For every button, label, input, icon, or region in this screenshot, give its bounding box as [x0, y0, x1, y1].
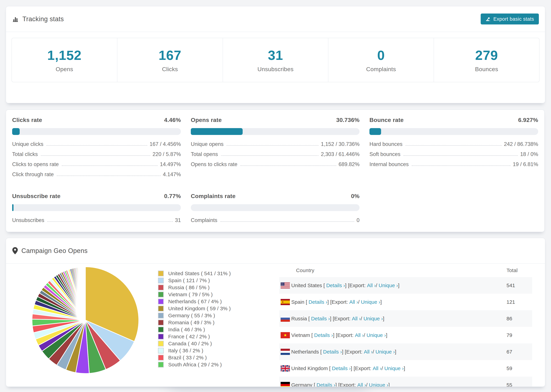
- legend-label: United Kingdom ( 59 / 3% ): [168, 306, 231, 311]
- dotted-leader: [57, 175, 161, 176]
- export-unique-link[interactable]: Unique ›: [363, 316, 383, 322]
- export-unique-link[interactable]: Unique ›: [375, 349, 395, 355]
- rate-title: Complaints rate: [191, 193, 235, 199]
- export-label: ] [Export:: [333, 332, 353, 338]
- export-label: ] [Export:: [342, 349, 362, 355]
- legend-item[interactable]: Canada ( 40 / 2% ): [158, 340, 231, 347]
- details-link[interactable]: Details ›: [326, 283, 345, 288]
- detail-label: Unique opens: [191, 141, 224, 147]
- legend-item[interactable]: Netherlands ( 67 / 4% ): [158, 298, 231, 305]
- geo-pie-chart: [30, 265, 141, 376]
- export-unique-link[interactable]: Unique ›: [384, 365, 404, 371]
- detail-label: Opens to clicks rate: [191, 161, 237, 168]
- total-cell: 67: [507, 349, 532, 355]
- details-link[interactable]: Details ›: [314, 332, 333, 338]
- export-all-link[interactable]: All ›: [352, 316, 361, 322]
- export-unique-link[interactable]: Unique ›: [379, 283, 398, 288]
- details-link[interactable]: Details ›: [332, 365, 351, 371]
- bracket-close: ]: [380, 299, 382, 305]
- details-link[interactable]: Details ›: [311, 316, 330, 322]
- detail-value: 31: [175, 217, 181, 223]
- legend-item[interactable]: India ( 46 / 3% ): [158, 326, 231, 333]
- total-cell: 55: [507, 382, 532, 387]
- export-unique-link[interactable]: Unique ›: [361, 299, 380, 305]
- legend-item[interactable]: Romania ( 49 / 3% ): [158, 319, 231, 326]
- legend-swatch: [158, 362, 164, 368]
- stat-value: 279: [475, 48, 498, 63]
- progress-fill: [12, 204, 14, 211]
- detail-value: 18 / 0%: [520, 151, 538, 157]
- bracket: [: [329, 365, 330, 371]
- export-basic-stats-button[interactable]: Export basic stats: [481, 14, 539, 24]
- country-name: Russia: [291, 316, 307, 322]
- rates-card: Clicks rate 4.46% Unique clicks 167 / 4.…: [6, 109, 545, 232]
- export-label: ] [Export:: [351, 365, 371, 371]
- legend-label: Brazil ( 33 / 2% ): [168, 355, 207, 361]
- bracket-close: ]: [383, 316, 384, 322]
- country-flag-icon: [281, 365, 290, 371]
- details-link[interactable]: Details ›: [309, 299, 327, 305]
- legend-swatch: [158, 271, 164, 276]
- legend-item[interactable]: South Africa ( 29 / 2% ): [158, 361, 231, 368]
- rate-detail-row: Unique opens 1,152 / 30.736%: [191, 141, 360, 147]
- export-unique-link[interactable]: Unique ›: [369, 382, 388, 387]
- dotted-leader: [403, 155, 518, 156]
- stats-strip: 1,152 Opens 167 Clicks 31 Unsubscribes 0…: [11, 38, 540, 82]
- progress-track: [191, 128, 360, 135]
- detail-label: Click through rate: [12, 171, 54, 177]
- bracket-close: ]: [386, 332, 387, 338]
- export-all-link[interactable]: All ›: [364, 349, 373, 355]
- detail-value: 242 / 86.738%: [504, 141, 538, 147]
- country-name: Vietnam: [291, 332, 310, 338]
- rate-title: Clicks rate: [12, 117, 42, 123]
- country-cell: Vietnam [ Details › ] [Export: All › / U…: [279, 332, 507, 338]
- legend-label: Spain ( 121 / 7% ): [168, 278, 210, 283]
- rate-detail-row: Click through rate 4.147%: [12, 171, 181, 177]
- legend-item[interactable]: Russia ( 86 / 5% ): [158, 284, 231, 291]
- export-all-link[interactable]: All ›: [367, 283, 376, 288]
- rate-detail-row: Soft bounces 18 / 0%: [369, 151, 538, 157]
- rate-detail-row: Opens to clicks rate 689.82%: [191, 161, 360, 168]
- rate-block: Unsubscribe rate 0.77% Unsubscribes 31: [12, 193, 181, 227]
- stat-box: 31 Unsubscribes: [223, 38, 328, 82]
- bar-chart-icon: [12, 15, 19, 22]
- legend-item[interactable]: Italy ( 36 / 2% ): [158, 347, 231, 354]
- bracket: [: [311, 332, 313, 338]
- details-link[interactable]: Details ›: [323, 349, 342, 355]
- export-unique-link[interactable]: Unique ›: [367, 332, 386, 338]
- export-all-link[interactable]: All ›: [357, 382, 366, 387]
- rate-title: Opens rate: [191, 117, 222, 123]
- legend-swatch: [158, 355, 164, 361]
- legend-label: United States ( 541 / 31% ): [168, 271, 231, 276]
- detail-value: 4.147%: [163, 171, 181, 177]
- legend-label: Canada ( 40 / 2% ): [168, 341, 212, 347]
- legend-item[interactable]: Vietnam ( 79 / 5% ): [158, 291, 231, 298]
- detail-label: Clicks to opens rate: [12, 161, 59, 168]
- legend-label: Russia ( 86 / 5% ): [168, 285, 210, 290]
- rate-title: Unsubscribe rate: [12, 193, 61, 199]
- legend-item[interactable]: Germany ( 55 / 3% ): [158, 312, 231, 319]
- legend-item[interactable]: United States ( 541 / 31% ): [158, 270, 231, 277]
- table-row: United States [ Details › ] [Export: All…: [279, 277, 532, 294]
- country-flag-icon: [281, 332, 290, 338]
- export-all-link[interactable]: All ›: [355, 332, 364, 338]
- export-icon: [486, 16, 491, 21]
- details-link[interactable]: Details ›: [317, 382, 335, 387]
- detail-value: 2,303 / 61.446%: [321, 151, 360, 157]
- tracking-stats-header: Tracking stats Export basic stats: [6, 6, 545, 32]
- legend-swatch: [158, 285, 164, 290]
- rate-detail-row: Total clicks 220 / 5.87%: [12, 151, 181, 157]
- legend-label: France ( 42 / 2% ): [168, 334, 210, 339]
- legend-item[interactable]: Spain ( 121 / 7% ): [158, 277, 231, 284]
- page-title: Tracking stats: [22, 15, 64, 23]
- country-flag-icon: [281, 282, 290, 288]
- legend-item[interactable]: United Kingdom ( 59 / 3% ): [158, 305, 231, 312]
- export-all-link[interactable]: All ›: [349, 299, 358, 305]
- export-all-link[interactable]: All ›: [373, 365, 381, 371]
- progress-track: [369, 128, 538, 135]
- legend-item[interactable]: Brazil ( 33 / 2% ): [158, 354, 231, 361]
- slash: /: [358, 299, 360, 305]
- legend-item[interactable]: France ( 42 / 2% ): [158, 333, 231, 340]
- rate-detail-rows: Unsubscribes 31: [12, 217, 181, 223]
- country-cell: United Kingdom [ Details › ] [Export: Al…: [279, 365, 507, 371]
